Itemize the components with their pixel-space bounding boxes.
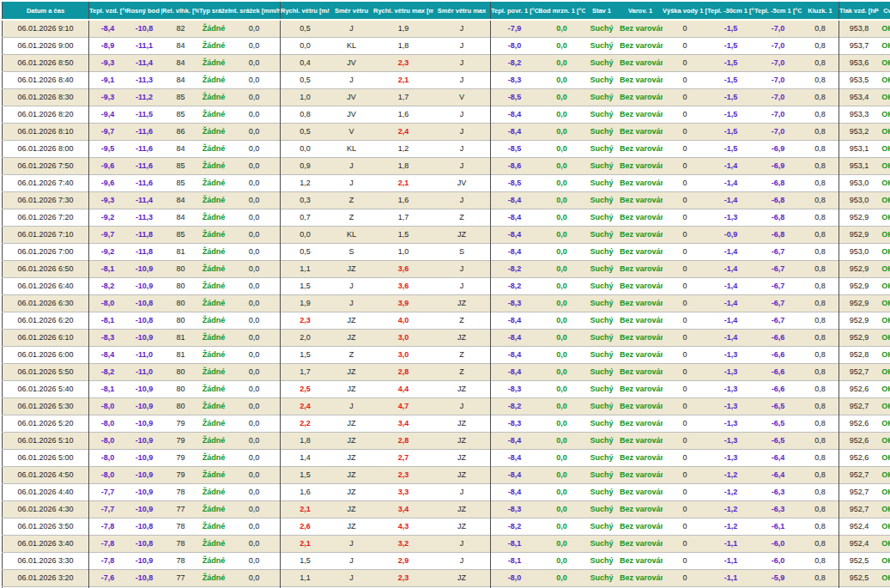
cell-cv: OK <box>879 397 890 415</box>
cell-int-srazek: 0,0 <box>228 37 281 54</box>
cell-bod-mrzn-1: 0,0 <box>538 518 585 535</box>
cell-bod-mrzn-1: 0,0 <box>538 312 585 329</box>
cell-smer-vetru-max: JZ <box>433 466 491 483</box>
table-row: 06.01.2026 9:00-8,9-11,184Žádné0,00,0KL1… <box>3 37 890 54</box>
cell-varov-1: Bez varování <box>618 518 663 535</box>
cell-datum: 06.01.2026 3:20 <box>3 569 89 586</box>
cell-rosny-bod: -10,9 <box>126 466 162 483</box>
cell-tepl-vzd: -8,0 <box>89 397 127 415</box>
table-row: 06.01.2026 4:30-7,7-10,977Žádné0,02,1JZ3… <box>3 500 890 518</box>
column-header-typ-srazek: Typ srážek <box>199 2 228 20</box>
cell-smer-vetru-max: JZ <box>433 380 491 397</box>
cell-smer-vetru: J <box>330 552 373 569</box>
cell-bod-mrzn-1: 0,0 <box>538 54 585 71</box>
cell-tepl-30cm-1: -1,5 <box>707 140 754 157</box>
cell-rychl-vetru-max: 2,8 <box>373 432 433 449</box>
cell-smer-vetru-max: J <box>433 106 491 123</box>
cell-stav-1: Suchý <box>585 260 618 277</box>
cell-vyska-vody-1: 0 <box>663 569 707 586</box>
cell-smer-vetru-max: V <box>433 88 491 106</box>
cell-datum: 06.01.2026 7:20 <box>3 209 89 226</box>
cell-rel-vlhk: 80 <box>162 294 199 312</box>
cell-rychl-vetru: 0,7 <box>281 209 330 226</box>
cell-tepl-vzd: -9,6 <box>89 174 127 191</box>
cell-datum: 06.01.2026 7:40 <box>3 174 89 191</box>
cell-tepl-5cm-1: -6,3 <box>754 500 802 518</box>
cell-rosny-bod: -10,9 <box>126 483 162 500</box>
cell-tepl-30cm-1: -1,3 <box>707 380 754 397</box>
cell-int-srazek: 0,0 <box>228 312 281 329</box>
cell-cv: OK <box>879 54 890 71</box>
cell-tepl-30cm-1: -1,2 <box>707 500 754 518</box>
cell-bod-mrzn-1: 0,0 <box>538 294 585 312</box>
cell-stav-1: Suchý <box>585 209 618 226</box>
cell-bod-mrzn-1: 0,0 <box>538 243 585 260</box>
weather-table: Datum a časTepl. vzd. [°C]Rosný bod [°C]… <box>2 2 890 588</box>
cell-rychl-vetru-max: 3,6 <box>373 277 433 294</box>
column-header-vyska-vody-1: Výška vody 1 [µm] <box>663 2 707 20</box>
cell-varov-1: Bez varování <box>618 243 663 260</box>
cell-typ-srazek: Žádné <box>199 157 228 174</box>
cell-rel-vlhk: 84 <box>162 37 199 54</box>
cell-typ-srazek: Žádné <box>199 500 228 518</box>
cell-tlak-vzd: 952,9 <box>839 260 880 277</box>
cell-vyska-vody-1: 0 <box>663 243 707 260</box>
cell-tepl-povr-1: -8,4 <box>491 123 539 140</box>
cell-rel-vlhk: 80 <box>162 397 199 415</box>
cell-tlak-vzd: 952,7 <box>839 466 880 483</box>
cell-rychl-vetru: 0,5 <box>281 123 330 140</box>
cell-datum: 06.01.2026 5:30 <box>3 397 89 415</box>
cell-kluzk-1: 0,8 <box>802 37 839 54</box>
cell-smer-vetru-max: J <box>433 535 491 552</box>
cell-tlak-vzd: 953,8 <box>839 20 880 37</box>
cell-rosny-bod: -10,8 <box>126 518 162 535</box>
cell-int-srazek: 0,0 <box>228 88 281 106</box>
cell-smer-vetru: JZ <box>330 466 373 483</box>
cell-rel-vlhk: 79 <box>162 432 199 449</box>
cell-varov-1: Bez varování <box>618 106 663 123</box>
cell-tepl-povr-1: -8,4 <box>491 483 539 500</box>
cell-cv: OK <box>879 277 890 294</box>
cell-rychl-vetru-max: 4,4 <box>373 380 433 397</box>
cell-cv: OK <box>879 243 890 260</box>
cell-bod-mrzn-1: 0,0 <box>538 432 585 449</box>
cell-vyska-vody-1: 0 <box>663 277 707 294</box>
cell-vyska-vody-1: 0 <box>663 483 707 500</box>
cell-stav-1: Suchý <box>585 535 618 552</box>
cell-kluzk-1: 0,8 <box>802 397 839 415</box>
cell-typ-srazek: Žádné <box>199 106 228 123</box>
cell-tepl-30cm-1: -1,4 <box>707 243 754 260</box>
cell-tepl-30cm-1: -1,5 <box>707 71 754 88</box>
cell-tlak-vzd: 953,1 <box>839 140 880 157</box>
cell-cv: OK <box>879 71 890 88</box>
cell-varov-1: Bez varování <box>618 54 663 71</box>
cell-smer-vetru-max: JZ <box>433 415 491 432</box>
cell-stav-1: Suchý <box>585 569 618 586</box>
cell-rel-vlhk: 80 <box>162 363 199 380</box>
cell-typ-srazek: Žádné <box>199 54 228 71</box>
column-header-tepl-30cm-1: Tepl. -30cm 1 [°C] <box>707 2 754 20</box>
cell-tepl-5cm-1: -6,4 <box>754 449 802 466</box>
cell-smer-vetru: J <box>330 174 373 191</box>
cell-rosny-bod: -10,9 <box>126 277 162 294</box>
cell-cv: OK <box>879 569 890 586</box>
cell-tepl-povr-1: -8,4 <box>491 449 539 466</box>
cell-tlak-vzd: 952,5 <box>839 552 880 569</box>
cell-vyska-vody-1: 0 <box>663 71 707 88</box>
table-row: 06.01.2026 5:00-8,0-10,979Žádné0,01,4JZ2… <box>3 449 890 466</box>
cell-vyska-vody-1: 0 <box>663 535 707 552</box>
cell-rychl-vetru-max: 1,6 <box>373 191 433 209</box>
cell-tepl-povr-1: -8,3 <box>491 500 539 518</box>
cell-typ-srazek: Žádné <box>199 174 228 191</box>
cell-bod-mrzn-1: 0,0 <box>538 174 585 191</box>
cell-stav-1: Suchý <box>585 552 618 569</box>
cell-rosny-bod: -11,4 <box>126 191 162 209</box>
cell-datum: 06.01.2026 7:50 <box>3 157 89 174</box>
cell-datum: 06.01.2026 8:50 <box>3 54 89 71</box>
cell-tepl-5cm-1: -6,6 <box>754 363 802 380</box>
table-row: 06.01.2026 8:20-9,4-11,585Žádné0,00,8JV1… <box>3 106 890 123</box>
cell-rel-vlhk: 84 <box>162 140 199 157</box>
cell-stav-1: Suchý <box>585 226 618 243</box>
cell-kluzk-1: 0,8 <box>802 346 839 363</box>
cell-kluzk-1: 0,8 <box>802 88 839 106</box>
